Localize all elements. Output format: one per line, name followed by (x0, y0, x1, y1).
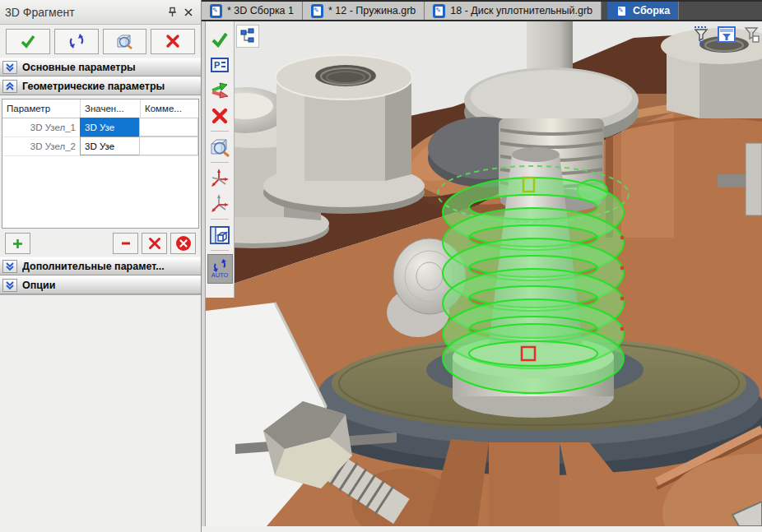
cancel-button[interactable] (151, 29, 195, 54)
toolbar-separator (211, 162, 229, 163)
fragment-properties-panel: 3D Фрагмент (0, 0, 202, 532)
delete-all-button[interactable] (142, 233, 167, 254)
preview-cube-button[interactable] (208, 135, 232, 159)
refresh-button[interactable] (54, 29, 99, 54)
auto-label: AUTO (211, 272, 229, 279)
panel-titlebar: 3D Фрагмент (0, 0, 201, 25)
cancel-edit-button[interactable] (170, 233, 196, 254)
table-row[interactable]: 3D Узел_1 3D Узе (2, 118, 198, 137)
tab-seal-disk-grb[interactable]: ✎ 18 - Диск уплотнительный.grb (425, 2, 602, 20)
viewport-left-toolbar: P (206, 21, 235, 298)
target-node-axes-button[interactable] (208, 192, 232, 215)
remove-row-button[interactable] (113, 233, 138, 254)
toolbar-separator (211, 219, 229, 220)
3d-viewport[interactable]: P (202, 21, 762, 526)
chevron-double-up-icon[interactable] (2, 80, 17, 93)
table-row[interactable]: 3D Узел_2 3D Узе (2, 137, 198, 156)
param-name[interactable]: 3D Узел_2 (2, 137, 81, 155)
element-properties-button[interactable]: P (208, 53, 232, 76)
preview-button[interactable] (103, 29, 147, 54)
document-icon: ✎ (210, 4, 222, 18)
section-additional-params[interactable]: Дополнительные парамет... (0, 257, 201, 275)
geometry-params-table[interactable]: Параметр Значен... Комме... 3D Узел_1 3D… (2, 99, 199, 229)
filter-funnel-icon[interactable] (691, 25, 711, 44)
section-geometric-params[interactable]: Геометрические параметры (0, 76, 201, 95)
3d-scene[interactable] (206, 21, 762, 526)
document-view-area: ✎ * 3D Сборка 1 ✎ * 12 - Пружина.grb ✎ 1… (202, 0, 762, 532)
col-value[interactable]: Значен... (81, 99, 141, 118)
tab-spring-grb[interactable]: ✎ * 12 - Пружина.grb (303, 2, 425, 20)
param-name[interactable]: 3D Узел_1 (2, 118, 81, 136)
svg-text:P: P (214, 60, 220, 70)
panel-empty-area (0, 294, 201, 532)
param-comment[interactable] (139, 136, 198, 155)
filter-toolbar (691, 25, 762, 44)
hex-nut-center[interactable] (263, 55, 425, 214)
chevron-double-down-icon[interactable] (2, 61, 17, 74)
transform-arrows-button[interactable] (208, 78, 232, 102)
structure-tree-icon[interactable] (236, 25, 259, 48)
toolbar-separator (211, 250, 229, 251)
table-row-buttons (0, 230, 201, 257)
view-window-button[interactable] (208, 223, 232, 247)
section-label: Геометрические параметры (22, 81, 165, 92)
section-label: Опции (22, 280, 55, 291)
tab-3d-assembly[interactable]: ✎ * 3D Сборка 1 (202, 2, 303, 20)
col-comment[interactable]: Комме... (141, 99, 198, 118)
toolbar-separator (211, 131, 229, 132)
tab-label: * 12 - Пружина.grb (328, 5, 416, 16)
col-param[interactable]: Параметр (2, 99, 81, 118)
param-comment[interactable] (139, 118, 198, 136)
tab-label: Сборка (633, 5, 670, 16)
chevron-double-down-icon[interactable] (2, 279, 17, 292)
section-label: Основные параметры (22, 62, 136, 73)
apply-button[interactable] (6, 29, 50, 54)
tab-label: 18 - Диск уплотнительный.grb (450, 5, 592, 16)
tab-assembly-active[interactable]: ✎ Сборка (607, 2, 679, 20)
add-row-button[interactable] (5, 233, 30, 254)
auto-rotate-button[interactable]: AUTO (207, 254, 233, 284)
param-value[interactable]: 3D Узе (80, 136, 140, 155)
tflex-cad-window: 3D Фрагмент (0, 0, 762, 532)
table-header-row: Параметр Значен... Комме... (2, 99, 198, 118)
section-label: Дополнительные парамет... (22, 261, 165, 272)
apply-check-button[interactable] (208, 27, 232, 51)
chevron-double-down-icon[interactable] (2, 260, 17, 273)
filter-box-icon[interactable] (742, 25, 762, 44)
document-icon: ✎ (311, 4, 323, 18)
param-value-selected[interactable]: 3D Узе (80, 118, 140, 136)
filter-window-icon[interactable] (717, 25, 736, 44)
pin-icon[interactable] (165, 5, 179, 20)
section-options[interactable]: Опции (0, 275, 201, 294)
cancel-x-button[interactable] (208, 104, 232, 127)
panel-toolbar (0, 25, 201, 58)
close-icon[interactable] (181, 5, 196, 20)
panel-title: 3D Фрагмент (5, 6, 163, 19)
document-tabbar: ✎ * 3D Сборка 1 ✎ * 12 - Пружина.grb ✎ 1… (202, 0, 762, 21)
document-icon: ✎ (433, 4, 445, 18)
document-icon: ✎ (616, 4, 628, 18)
tab-label: * 3D Сборка 1 (227, 5, 294, 16)
section-basic-params[interactable]: Основные параметры (0, 58, 201, 76)
source-node-axes-button[interactable] (208, 166, 232, 190)
